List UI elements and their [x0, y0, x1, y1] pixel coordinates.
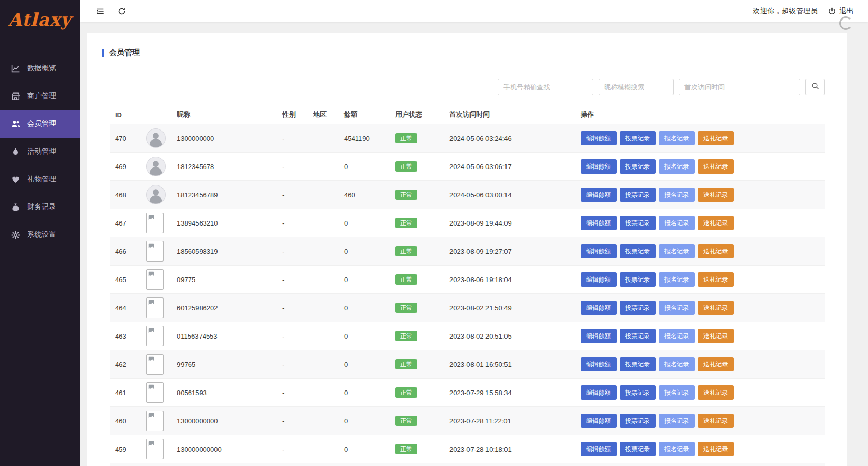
vote-record-button[interactable]: 投票记录 [620, 301, 656, 315]
phone-search-input[interactable] [498, 79, 593, 95]
signup-record-button[interactable]: 报名记录 [659, 131, 695, 145]
signup-record-button[interactable]: 报名记录 [659, 357, 695, 371]
signup-record-button[interactable]: 报名记录 [659, 216, 695, 230]
gear-icon [11, 231, 20, 239]
vote-record-button[interactable]: 投票记录 [620, 442, 656, 456]
topbar-right: 欢迎你，超级管理员 退出 [753, 7, 854, 16]
member-gender: - [277, 266, 308, 294]
member-id: 459 [110, 435, 141, 463]
member-gender: - [277, 407, 308, 435]
signup-record-button[interactable]: 报名记录 [659, 385, 695, 400]
gift-record-button[interactable]: 送礼记录 [698, 301, 734, 315]
broken-image-icon [146, 213, 164, 233]
sidebar-item-label: 活动管理 [27, 147, 56, 156]
gift-record-button[interactable]: 送礼记录 [698, 159, 734, 174]
gift-record-button[interactable]: 送礼记录 [698, 442, 734, 456]
vote-record-button[interactable]: 投票记录 [620, 216, 656, 230]
member-id: 469 [110, 153, 141, 181]
member-balance: 0 [339, 379, 390, 407]
edit-balance-button[interactable]: 编辑餘額 [581, 272, 617, 287]
signup-record-button[interactable]: 报名记录 [659, 188, 695, 202]
gift-record-button[interactable]: 送礼记录 [698, 357, 734, 371]
status-badge: 正常 [395, 161, 417, 172]
member-balance: 0 [339, 407, 390, 435]
edit-balance-button[interactable]: 编辑餘額 [581, 442, 617, 456]
gift-record-button[interactable]: 送礼记录 [698, 244, 734, 258]
avatar-cell [141, 379, 172, 407]
signup-record-button[interactable]: 报名记录 [659, 244, 695, 258]
member-first-visit: 2023-08-09 19:27:07 [444, 237, 575, 266]
vote-record-button[interactable]: 投票记录 [620, 131, 656, 145]
chart-line-icon [11, 64, 20, 73]
content-area: 会员管理 [80, 22, 868, 466]
edit-balance-button[interactable]: 编辑餘額 [581, 216, 617, 230]
edit-balance-button[interactable]: 编辑餘額 [581, 385, 617, 400]
gift-record-button[interactable]: 送礼记录 [698, 329, 734, 343]
edit-balance-button[interactable]: 编辑餘額 [581, 329, 617, 343]
signup-record-button[interactable]: 报名记录 [659, 272, 695, 287]
refresh-icon[interactable] [117, 7, 126, 16]
member-gender: - [277, 124, 308, 153]
vote-record-button[interactable]: 投票记录 [620, 385, 656, 400]
logout-button[interactable]: 退出 [828, 7, 854, 16]
gift-record-button[interactable]: 送礼记录 [698, 216, 734, 230]
member-status: 正常 [390, 350, 444, 379]
user-avatar [146, 128, 166, 148]
users-icon [11, 120, 20, 128]
avatar-cell [141, 294, 172, 322]
member-id: 460 [110, 407, 141, 435]
member-status: 正常 [390, 322, 444, 350]
gift-record-button[interactable]: 送礼记录 [698, 131, 734, 145]
vote-record-button[interactable]: 投票记录 [620, 244, 656, 258]
vote-record-button[interactable]: 投票记录 [620, 357, 656, 371]
vote-record-button[interactable]: 投票记录 [620, 159, 656, 174]
edit-balance-button[interactable]: 编辑餘額 [581, 301, 617, 315]
app-root: Atlaxy 数据概览商户管理会员管理活动管理礼物管理财务记录系统设置 欢迎你，… [0, 0, 868, 466]
status-badge: 正常 [395, 303, 417, 313]
collapse-menu-icon[interactable] [96, 7, 105, 16]
sidebar-item-chart-line[interactable]: 数据概览 [0, 54, 80, 82]
member-nickname: 18123456789 [172, 181, 277, 209]
edit-balance-button[interactable]: 编辑餘額 [581, 131, 617, 145]
edit-balance-button[interactable]: 编辑餘額 [581, 414, 617, 428]
status-badge: 正常 [395, 246, 417, 256]
topbar: 欢迎你，超级管理员 退出 [80, 0, 868, 22]
nickname-search-input[interactable] [599, 79, 674, 95]
vote-record-button[interactable]: 投票记录 [620, 329, 656, 343]
search-button[interactable] [805, 79, 825, 95]
signup-record-button[interactable]: 报名记录 [659, 329, 695, 343]
signup-record-button[interactable]: 报名记录 [659, 442, 695, 456]
gift-record-button[interactable]: 送礼记录 [698, 385, 734, 400]
edit-balance-button[interactable]: 编辑餘額 [581, 188, 617, 202]
sidebar-item-gear[interactable]: 系统设置 [0, 221, 80, 249]
gift-record-button[interactable]: 送礼记录 [698, 272, 734, 287]
signup-record-button[interactable]: 报名记录 [659, 414, 695, 428]
edit-balance-button[interactable]: 编辑餘額 [581, 159, 617, 174]
sidebar-item-fire[interactable]: 活动管理 [0, 138, 80, 165]
sidebar-item-shop[interactable]: 商户管理 [0, 82, 80, 110]
vote-record-button[interactable]: 投票记录 [620, 414, 656, 428]
member-status [390, 463, 444, 466]
sidebar-item-label: 系统设置 [27, 230, 56, 239]
edit-balance-button[interactable]: 编辑餘額 [581, 357, 617, 371]
signup-record-button[interactable]: 报名记录 [659, 301, 695, 315]
shop-icon [11, 92, 20, 101]
sidebar-item-finance[interactable]: 财务记录 [0, 193, 80, 221]
member-region [308, 435, 339, 463]
member-actions: 编辑餘額投票记录报名记录送礼记录 [575, 237, 825, 266]
member-actions: 编辑餘額投票记录报名记录送礼记录 [575, 124, 825, 153]
sidebar-item-users[interactable]: 会员管理 [0, 110, 80, 138]
gift-record-button[interactable]: 送礼记录 [698, 188, 734, 202]
member-nickname: 60125986202 [172, 294, 277, 322]
vote-record-button[interactable]: 投票记录 [620, 188, 656, 202]
edit-balance-button[interactable]: 编辑餘額 [581, 244, 617, 258]
member-actions: 编辑餘額投票记录报名记录送礼记录 [575, 407, 825, 435]
gift-record-button[interactable]: 送礼记录 [698, 414, 734, 428]
first-visit-input[interactable] [679, 79, 800, 95]
sidebar-item-gift[interactable]: 礼物管理 [0, 165, 80, 193]
vote-record-button[interactable]: 投票记录 [620, 272, 656, 287]
signup-record-button[interactable]: 报名记录 [659, 159, 695, 174]
sidebar-item-label: 数据概览 [27, 64, 56, 73]
member-nickname: 13894563210 [172, 209, 277, 237]
filter-bar [110, 79, 825, 95]
